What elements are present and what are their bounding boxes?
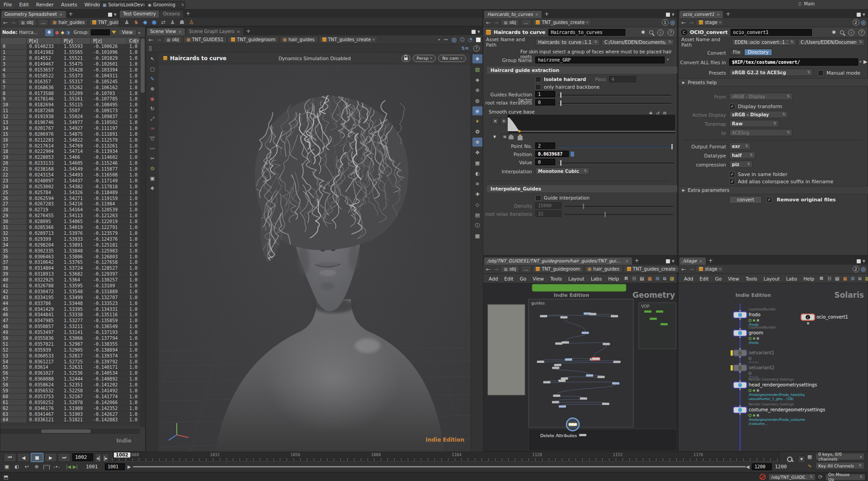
- spinner-icon[interactable]: ⇅: [181, 3, 184, 7]
- grid-icon[interactable]: ⊞: [654, 276, 660, 281]
- netmenu-add[interactable]: Add: [681, 276, 696, 282]
- menu-render[interactable]: Render: [33, 1, 57, 9]
- backbone-checkbox[interactable]: [535, 84, 541, 90]
- search-icon[interactable]: [649, 30, 653, 34]
- reduction-input[interactable]: 1: [535, 91, 555, 97]
- sop-node[interactable]: [553, 395, 560, 397]
- density-input[interactable]: 15000: [535, 202, 561, 209]
- display-option-icon-4[interactable]: ⊗: [472, 86, 482, 95]
- wrench-icon[interactable]: 🛠: [818, 276, 825, 281]
- breadcrumb-item-tnt-guides-create[interactable]: TNT_guides_create▾: [533, 19, 591, 26]
- color-palette-icon[interactable]: ▦: [646, 276, 653, 281]
- vop-node[interactable]: [650, 318, 657, 320]
- breadcrumb-item--[interactable]: ...: [521, 19, 532, 26]
- manual-mode-checkbox[interactable]: [818, 70, 824, 76]
- range-start-input[interactable]: 1001: [105, 463, 125, 470]
- range-slider-start-handle[interactable]: ▶: [127, 464, 131, 469]
- tonemap-dropdown[interactable]: Raw⇅: [729, 120, 779, 127]
- from-dropdown[interactable]: sRGB - Display⇅: [729, 93, 793, 100]
- tool-icon-7[interactable]: ⤢: [147, 114, 157, 123]
- shelf-tool-icon-8[interactable]: ♙: [189, 19, 194, 25]
- close-icon[interactable]: ×: [178, 29, 182, 34]
- forward-icon[interactable]: →: [688, 19, 694, 26]
- search-icon[interactable]: [840, 30, 844, 34]
- geometry-cube-icon[interactable]: ⬡: [460, 37, 465, 43]
- sop-node[interactable]: [603, 343, 610, 345]
- new-shelf-tab-button[interactable]: +: [183, 10, 193, 18]
- network2-canvas[interactable]: Indie EditionSolarisLopAssetBuilderfrodo…: [679, 283, 868, 451]
- vop-node[interactable]: [644, 310, 651, 313]
- pane-menu-icon[interactable]: ▼: [863, 13, 865, 17]
- shelfset-solarislookdev[interactable]: ▦ SolarisLookDev ⇅: [100, 1, 146, 9]
- back-icon[interactable]: ←: [485, 266, 491, 272]
- netmenu-edit[interactable]: Edit: [697, 276, 711, 282]
- tool-icon-14[interactable]: ❖: [147, 184, 157, 193]
- filter-icon[interactable]: [112, 31, 116, 34]
- stop-button[interactable]: ■: [31, 453, 43, 462]
- back-icon[interactable]: ←: [485, 19, 491, 26]
- v-scrollbar[interactable]: [140, 38, 146, 427]
- interpolation-dropdown[interactable]: Monotone Cubic⇅: [535, 167, 590, 175]
- group-input[interactable]: [91, 29, 110, 35]
- network-box-vop[interactable]: [639, 303, 676, 349]
- info-icon[interactable]: i: [657, 29, 664, 36]
- breadcrumb-item-obj[interactable]: ▦obj: [500, 19, 519, 26]
- green-network-box-header[interactable]: [532, 284, 626, 291]
- sop-node[interactable]: [565, 358, 572, 361]
- back-icon[interactable]: ←: [2, 19, 9, 26]
- sop-node[interactable]: [612, 382, 619, 385]
- prims-mode-icon[interactable]: ◆: [61, 30, 64, 35]
- help-icon[interactable]: ?: [859, 29, 865, 36]
- windows-icon[interactable]: ⧉: [857, 276, 863, 281]
- grid-icon[interactable]: ⊞: [849, 276, 856, 281]
- tick-settings-icon[interactable]: |ꞌꞌꞌ|: [42, 463, 51, 470]
- path-dropdown-icon[interactable]: ▾: [859, 60, 861, 64]
- root-relax2-input[interactable]: 32: [535, 210, 561, 217]
- asset-name-dropdown[interactable]: EDEN::ocio_convert::1.15⇅: [732, 39, 796, 46]
- bypass-flag[interactable]: [731, 350, 733, 356]
- breadcrumb-item--[interactable]: ...: [38, 19, 49, 26]
- pane-maximize-icon[interactable]: [472, 30, 476, 34]
- display-transform-checkbox[interactable]: ✓: [729, 104, 735, 110]
- close-icon[interactable]: ×: [535, 12, 539, 17]
- netmenu-layout[interactable]: Layout: [761, 276, 783, 282]
- realtime-icon[interactable]: ⊕: [33, 463, 41, 470]
- pane-maximize-icon[interactable]: [666, 13, 670, 17]
- tab-geometry-spreadsheet[interactable]: Geometry Spreadsheet×: [1, 11, 66, 18]
- root-relax2-slider[interactable]: [565, 214, 673, 216]
- tool-icon-1[interactable]: ↖: [147, 54, 157, 63]
- tool-icon-2[interactable]: ▢: [147, 64, 157, 73]
- sop-node[interactable]: [543, 381, 551, 383]
- auto-key-button[interactable]: [784, 453, 785, 460]
- forward-icon[interactable]: →: [493, 19, 499, 26]
- forward-icon[interactable]: →: [688, 266, 694, 272]
- display-option-icon-12[interactable]: ◐: [472, 169, 482, 178]
- tool-icon-12[interactable]: ⊙: [147, 164, 157, 173]
- pane-layout-icon[interactable]: ⬒: [2, 473, 10, 481]
- view-menu-button[interactable]: View: [118, 29, 137, 36]
- shelf-tool-icon-6[interactable]: ♟: [170, 19, 175, 25]
- sop-node[interactable]: [562, 341, 569, 343]
- remove-original-checkbox[interactable]: ✓: [766, 197, 772, 203]
- netmenu-labs[interactable]: Labs: [588, 276, 604, 282]
- range-end-icon[interactable]: ▶|: [73, 464, 78, 469]
- ladder-icon[interactable]: [571, 152, 574, 157]
- sop-node[interactable]: [582, 332, 589, 334]
- display-option-icon-6[interactable]: ◉: [472, 106, 482, 115]
- display-option-icon-3[interactable]: ◈: [472, 75, 482, 84]
- new-tab-button[interactable]: +: [66, 11, 76, 18]
- node-value[interactable]: Hairca...: [19, 30, 38, 35]
- netmenu-help[interactable]: Help: [801, 276, 817, 282]
- refresh-icon[interactable]: ⟳: [818, 474, 823, 480]
- h-scrollbar[interactable]: [0, 429, 140, 434]
- help-icon[interactable]: ?: [473, 45, 480, 52]
- color-display-icon[interactable]: ◑: [66, 30, 70, 35]
- breadcrumb-item-tnt-guides-create[interactable]: TNT_guides_create▾: [624, 266, 682, 272]
- netmenu-tools[interactable]: Tools: [743, 276, 760, 282]
- tab-haircards-to-curves[interactable]: Haircards_to_curves×: [484, 11, 542, 18]
- breadcrumb-item-tnt-guidegroom[interactable]: TNT_guidegroom: [228, 36, 278, 43]
- menu-assets[interactable]: Assets: [57, 1, 81, 9]
- shelf-tool-icon-5[interactable]: ⇄: [161, 19, 165, 25]
- asset-path-dropdown[interactable]: C:/Users/EDEN/Documents/houdini20.0/otl.…: [602, 39, 674, 46]
- save-same-folder-checkbox[interactable]: ✓: [729, 171, 735, 177]
